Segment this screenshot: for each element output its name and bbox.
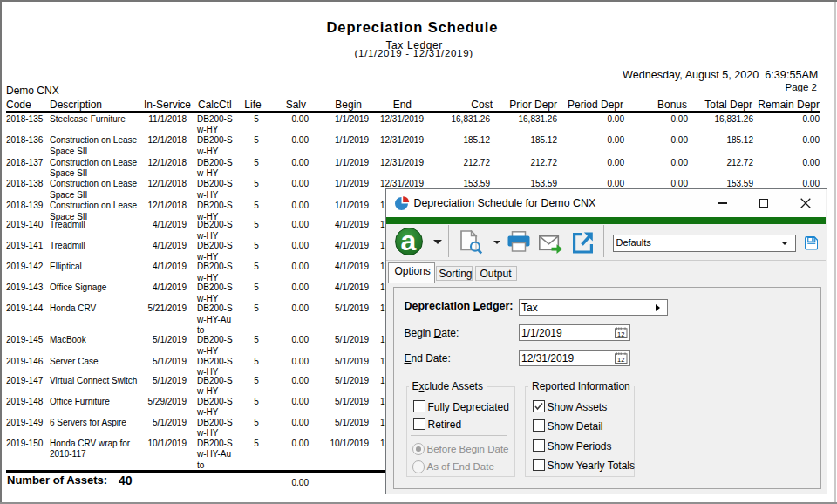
svg-text:12: 12 bbox=[617, 356, 624, 364]
svg-text:12: 12 bbox=[617, 330, 624, 338]
